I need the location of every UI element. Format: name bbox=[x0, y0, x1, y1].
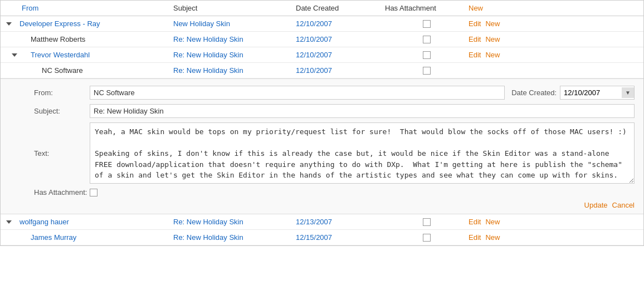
date-cell[interactable]: 12/10/2007 bbox=[296, 19, 385, 28]
actions-cell: Edit New bbox=[469, 35, 643, 43]
table-row: wolfgang hauer Re: New Holiday Skin 12/1… bbox=[1, 214, 643, 230]
subject-cell[interactable]: Re: New Holiday Skin bbox=[173, 66, 296, 75]
header-from[interactable]: From bbox=[17, 4, 173, 12]
detail-from-row: From: Date Created: ▼ bbox=[34, 86, 635, 100]
edit-link[interactable]: Edit bbox=[469, 51, 481, 59]
new-link[interactable]: New bbox=[485, 233, 500, 242]
edit-link[interactable]: Edit bbox=[469, 218, 481, 226]
subject-cell[interactable]: New Holiday Skin bbox=[173, 19, 296, 28]
from-cell: Matthew Roberts bbox=[17, 35, 173, 43]
actions-cell: Edit New bbox=[469, 218, 643, 226]
text-label: Text: bbox=[34, 149, 90, 158]
from-cell: Developer Express - Ray bbox=[17, 19, 173, 28]
from-cell: James Murray bbox=[17, 233, 173, 242]
subject-cell[interactable]: Re: New Holiday Skin bbox=[173, 218, 296, 226]
date-cell[interactable]: 12/10/2007 bbox=[296, 66, 385, 75]
table-row: Developer Express - Ray New Holiday Skin… bbox=[1, 16, 643, 32]
header-actions: New bbox=[469, 4, 643, 12]
attachment-cell bbox=[385, 36, 469, 43]
date-wrapper: ▼ bbox=[560, 86, 635, 100]
from-label: From: bbox=[34, 88, 90, 97]
detail-buttons: Update Cancel bbox=[34, 201, 635, 209]
from-input[interactable] bbox=[90, 86, 505, 100]
subject-cell[interactable]: Re: New Holiday Skin bbox=[173, 233, 296, 242]
date-dropdown-button[interactable]: ▼ bbox=[622, 87, 634, 98]
expand-button[interactable] bbox=[1, 22, 17, 26]
edit-link[interactable]: Edit bbox=[469, 19, 481, 28]
actions-cell: Edit New bbox=[469, 19, 643, 28]
attachment-checkbox[interactable] bbox=[423, 67, 431, 75]
date-created-label: Date Created: bbox=[511, 88, 557, 97]
table-row: James Murray Re: New Holiday Skin 12/15/… bbox=[1, 230, 643, 245]
header-date[interactable]: Date Created bbox=[296, 4, 385, 12]
from-cell: NC Software bbox=[17, 66, 173, 75]
chevron-down-icon bbox=[6, 22, 12, 26]
from-cell: wolfgang hauer bbox=[17, 218, 173, 226]
date-cell[interactable]: 12/10/2007 bbox=[296, 51, 385, 59]
table-row: Trevor Westerdahl Re: New Holiday Skin 1… bbox=[1, 47, 643, 63]
expand-button[interactable] bbox=[1, 220, 17, 224]
edit-link[interactable]: Edit bbox=[469, 35, 481, 43]
date-section: Date Created: ▼ bbox=[511, 86, 635, 100]
attachment-label: Has Attachment: bbox=[34, 188, 90, 196]
header-attachment[interactable]: Has Attachment bbox=[385, 4, 469, 12]
from-cell: Trevor Westerdahl bbox=[17, 51, 173, 59]
attachment-checkbox[interactable] bbox=[423, 234, 431, 242]
detail-text-row: Text: bbox=[34, 122, 635, 184]
subject-cell[interactable]: Re: New Holiday Skin bbox=[173, 35, 296, 43]
attachment-cell bbox=[385, 218, 469, 226]
edit-link[interactable]: Edit bbox=[469, 233, 481, 242]
new-link[interactable]: New bbox=[485, 19, 500, 28]
date-cell[interactable]: 12/15/2007 bbox=[296, 233, 385, 242]
detail-panel: From: Date Created: ▼ Subject: Text: bbox=[1, 78, 643, 214]
attachment-checkbox[interactable] bbox=[423, 51, 431, 59]
actions-cell: Edit New bbox=[469, 233, 643, 242]
grid-header: From Subject Date Created Has Attachment… bbox=[1, 1, 643, 16]
date-input[interactable] bbox=[560, 86, 622, 99]
chevron-down-icon bbox=[12, 53, 17, 57]
subject-label: Subject: bbox=[34, 107, 90, 115]
date-cell[interactable]: 12/13/2007 bbox=[296, 218, 385, 226]
table-row: NC Software Re: New Holiday Skin 12/10/2… bbox=[1, 63, 643, 78]
detail-subject-row: Subject: bbox=[34, 104, 635, 118]
cancel-button[interactable]: Cancel bbox=[612, 201, 635, 209]
subject-cell[interactable]: Re: New Holiday Skin bbox=[173, 51, 296, 59]
date-cell[interactable]: 12/10/2007 bbox=[296, 35, 385, 43]
new-link[interactable]: New bbox=[485, 51, 500, 59]
header-subject[interactable]: Subject bbox=[173, 4, 296, 12]
chevron-down-icon bbox=[6, 220, 12, 224]
new-link[interactable]: New bbox=[485, 218, 500, 226]
detail-attachment-row: Has Attachment: bbox=[34, 188, 635, 196]
attachment-checkbox[interactable] bbox=[423, 20, 431, 28]
subject-input[interactable] bbox=[90, 104, 635, 118]
actions-cell: Edit New bbox=[469, 51, 643, 59]
new-link[interactable]: New bbox=[485, 35, 500, 43]
attachment-checkbox-detail[interactable] bbox=[90, 189, 97, 196]
attachment-cell bbox=[385, 51, 469, 59]
attachment-checkbox[interactable] bbox=[423, 36, 431, 43]
attachment-cell bbox=[385, 20, 469, 28]
update-button[interactable]: Update bbox=[584, 201, 608, 209]
table-row: Matthew Roberts Re: New Holiday Skin 12/… bbox=[1, 32, 643, 47]
attachment-cell bbox=[385, 67, 469, 75]
expand-button[interactable] bbox=[1, 53, 17, 57]
attachment-checkbox[interactable] bbox=[423, 218, 431, 226]
text-textarea[interactable] bbox=[90, 122, 635, 184]
attachment-cell bbox=[385, 234, 469, 242]
